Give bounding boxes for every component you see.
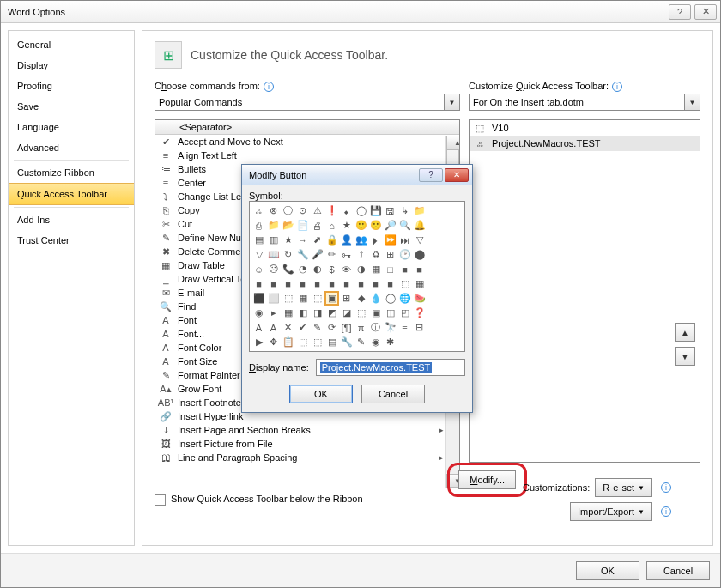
symbol-cell[interactable]: 👤 [339,233,354,247]
symbol-cell[interactable]: ★ [339,218,354,233]
symbol-cell[interactable]: ◨ [310,306,324,320]
symbol-cell[interactable]: ↳ [397,203,412,218]
symbol-cell[interactable]: ⬈ [310,233,324,247]
info-icon[interactable]: i [612,82,622,92]
symbol-cell[interactable]: ⏵ [368,233,383,247]
symbol-cell[interactable]: ⬥ [339,203,354,218]
symbol-cell[interactable]: ◩ [324,306,339,320]
sidebar-item-trust-center[interactable]: Trust Center [9,230,134,251]
symbol-cell[interactable]: ☹ [266,262,281,276]
symbol-cell[interactable]: ■ [324,276,339,291]
scroll-up-icon[interactable]: ▲ [446,136,460,149]
list-item[interactable]: ஃProject.NewMacros.TEST [470,136,700,151]
show-below-checkbox[interactable] [154,494,166,506]
info-icon[interactable]: i [264,82,274,92]
symbol-cell[interactable]: ⓘ [368,320,383,335]
symbol-cell[interactable]: → [295,233,310,247]
symbol-cell[interactable]: ▥ [266,233,281,247]
symbol-cell[interactable]: ☺ [251,262,266,276]
symbol-cell[interactable]: 📁 [412,203,427,218]
symbol-cell[interactable]: ▤ [324,335,339,349]
sidebar-item-display[interactable]: Display [9,55,134,76]
list-item[interactable]: ⤓Insert Page and Section Breaks▸ [155,423,459,437]
symbol-cell[interactable]: ⬛ [251,291,266,306]
symbol-cell[interactable]: ⤴ [354,247,368,262]
symbol-cell[interactable]: ◫ [383,306,397,320]
symbol-cell[interactable]: ■ [397,262,412,276]
symbol-cell[interactable]: 📁 [266,218,281,233]
symbol-cell[interactable]: ⬚ [310,335,324,349]
symbol-cell[interactable]: ⬚ [295,335,310,349]
symbol-cell[interactable]: ஃ [251,203,266,218]
symbol-cell[interactable]: 💧 [368,291,383,306]
symbol-cell[interactable]: ■ [354,276,368,291]
symbol-cell[interactable]: ■ [339,276,354,291]
symbol-cell[interactable]: ▦ [368,262,383,276]
symbol-cell[interactable]: ⓘ [281,203,295,218]
symbol-cell[interactable]: ▣ [368,306,383,320]
symbol-cell[interactable]: 🔍 [397,218,412,233]
symbol-cell[interactable]: ▦ [412,276,427,291]
reset-button[interactable]: Reset▼ [595,478,652,497]
symbol-cell[interactable]: 👁 [339,262,354,276]
list-item[interactable]: 🖼Insert Picture from File [155,437,459,451]
symbol-cell[interactable]: ⬚ [397,276,412,291]
symbol-cell[interactable]: ⊞ [383,247,397,262]
symbol-cell[interactable]: ⬚ [310,291,324,306]
symbol-cell[interactable]: A [251,320,266,335]
symbol-cell[interactable] [397,335,412,349]
symbol-cell[interactable]: ◧ [295,306,310,320]
symbol-cell[interactable]: ▦ [295,291,310,306]
symbol-cell[interactable]: 📄 [295,218,310,233]
ok-button[interactable]: OK [576,561,639,580]
symbol-cell[interactable]: ◔ [295,262,310,276]
symbol-cell[interactable]: ◆ [354,291,368,306]
symbol-cell[interactable]: ▶ [251,335,266,349]
symbol-cell[interactable]: ⊞ [339,291,354,306]
cancel-button[interactable]: Cancel [646,561,710,580]
symbol-cell[interactable]: ▦ [281,306,295,320]
symbol-cell[interactable]: ✎ [310,320,324,335]
symbol-cell[interactable]: 👥 [354,233,368,247]
symbol-cell[interactable]: ★ [281,233,295,247]
symbol-cell[interactable]: ■ [266,276,281,291]
symbol-cell[interactable]: ◯ [383,291,397,306]
symbol-cell[interactable]: ⎙ [251,218,266,233]
symbol-cell[interactable]: ✔ [295,320,310,335]
help-button[interactable]: ? [669,4,691,20]
list-item[interactable]: ⬚V10 [470,120,700,136]
symbol-cell[interactable]: 🔧 [339,335,354,349]
info-icon[interactable]: i [661,482,671,493]
symbol-cell[interactable]: ⊗ [266,203,281,218]
symbol-cell[interactable]: π [354,320,368,335]
symbol-cell[interactable]: ◯ [354,203,368,218]
symbol-cell[interactable]: ▤ [251,233,266,247]
symbol-cell[interactable]: 🖨 [310,218,324,233]
symbol-cell[interactable]: ⌂ [324,218,339,233]
symbol-cell[interactable]: ⬤ [412,247,427,262]
symbol-cell[interactable]: ▽ [412,233,427,247]
symbol-cell[interactable]: 📂 [281,218,295,233]
sidebar-item-add-ins[interactable]: Add-Ins [9,209,134,230]
symbol-cell[interactable]: 🔒 [324,233,339,247]
symbol-cell[interactable]: 🔔 [412,218,427,233]
symbol-cell[interactable]: ▸ [266,306,281,320]
sidebar-item-general[interactable]: General [9,34,134,55]
symbol-cell[interactable]: ■ [295,276,310,291]
symbol-cell[interactable]: ⏭ [397,233,412,247]
info-icon[interactable]: i [661,506,671,517]
symbol-cell[interactable]: [¶] [339,320,354,335]
qat-listbox[interactable]: ⬚V10ஃProject.NewMacros.TEST [469,119,700,463]
symbol-cell[interactable]: ⬚ [281,291,295,306]
list-item[interactable]: ≡Align Text Left [155,149,459,162]
symbol-cell[interactable]: ■ [412,262,427,276]
symbol-cell[interactable]: ◪ [339,306,354,320]
symbol-cell[interactable]: ◰ [397,306,412,320]
symbol-cell[interactable]: ■ [310,276,324,291]
symbol-cell[interactable]: 🔭 [383,320,397,335]
symbol-cell[interactable]: $ [324,262,339,276]
move-down-button[interactable]: ▼ [675,347,695,366]
symbol-cell[interactable]: □ [383,262,397,276]
sidebar-item-proofing[interactable]: Proofing [9,76,134,96]
symbol-cell[interactable]: 🙂 [354,218,368,233]
